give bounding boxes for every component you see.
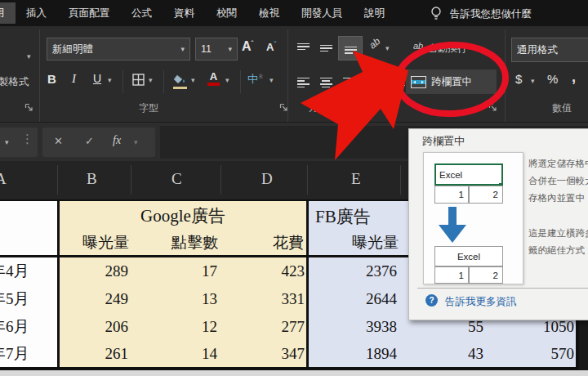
row-label[interactable]: 年5月 — [0, 285, 54, 313]
chevron-down-icon[interactable]: ▾ — [191, 76, 195, 84]
table-cell[interactable]: 206 — [60, 313, 128, 341]
more-options-icon[interactable]: ⋮ — [21, 132, 33, 146]
demo-cell-before: Excel — [434, 163, 503, 186]
dialog-launcher-icon[interactable] — [279, 103, 288, 112]
table-cell[interactable]: 2644 — [309, 285, 397, 313]
row-label[interactable]: 年4月 — [0, 257, 54, 285]
chevron-down-icon[interactable]: ▾ — [225, 76, 229, 84]
tab-review[interactable]: 校閱 — [216, 7, 237, 20]
merge-center-button[interactable]: 跨欄置中 — [405, 69, 497, 95]
chevron-down-icon[interactable]: ▾ — [270, 76, 274, 84]
merge-center-label: 跨欄置中 — [431, 75, 472, 89]
table-cell[interactable]: 261 — [60, 341, 128, 367]
tab-formulas[interactable]: 公式 — [131, 7, 152, 20]
fb-ads-header[interactable]: FB廣告 — [315, 203, 413, 230]
demo-cell-1b: 1 — [434, 266, 469, 284]
shrink-font-button[interactable]: Aˇ — [266, 41, 276, 53]
decrease-indent-button[interactable] — [368, 72, 389, 93]
chevron-down-icon[interactable]: ▾ — [108, 76, 112, 84]
borders-icon[interactable] — [132, 74, 145, 86]
table-cell[interactable]: 14 — [133, 341, 217, 367]
row-label[interactable]: 年7月 — [0, 341, 54, 367]
tab-data[interactable]: 資料 — [174, 7, 194, 20]
align-bottom-button[interactable] — [338, 36, 363, 60]
excel-window: 用 插入 頁面配置 公式 資料 校閱 檢視 開發人員 說明 告訴我您想做什麼 ▾… — [0, 0, 588, 376]
col-header-e[interactable]: E — [351, 170, 361, 188]
wrap-text-button[interactable]: 自動換行 — [428, 42, 467, 56]
table-cell[interactable]: 289 — [60, 257, 128, 285]
comma-format-button[interactable]: , — [572, 69, 576, 86]
google-ads-header[interactable]: Google廣告 — [60, 201, 306, 230]
table-cell[interactable]: 12 — [133, 313, 217, 341]
cancel-button[interactable]: ✕ — [54, 135, 63, 147]
col-spend[interactable]: 花費 — [222, 230, 304, 255]
enter-button[interactable]: ✓ — [85, 135, 94, 147]
tab-insert[interactable]: 插入 — [26, 7, 47, 20]
table-cell[interactable]: 2376 — [309, 257, 397, 285]
font-size-combo[interactable]: 11 ▾ — [195, 38, 238, 60]
row-label[interactable]: 年6月 — [0, 313, 54, 341]
chevron-down-icon[interactable]: ▾ — [180, 45, 185, 53]
merge-center-tooltip: 跨欄置中 Excel 1 2 Excel 1 2 將選定儲存格中 合併在一個較大… — [408, 128, 588, 320]
align-left-button[interactable] — [292, 72, 314, 93]
tab-developer[interactable]: 開發人員 — [301, 7, 342, 20]
tell-me-more-link[interactable]: 告訴我更多資訊 — [445, 295, 517, 309]
table-cell[interactable]: 570 — [490, 341, 574, 367]
chevron-down-icon[interactable]: ▾ — [385, 44, 390, 52]
col-header-a[interactable]: A — [0, 170, 7, 188]
currency-format-button[interactable]: $ — [515, 72, 522, 86]
table-cell[interactable]: 249 — [60, 285, 128, 313]
help-icon: ? — [425, 294, 438, 307]
tell-me-search[interactable]: 告訴我您想做什麼 — [450, 7, 532, 21]
table-cell[interactable]: 3938 — [309, 313, 397, 341]
table-cell[interactable]: 347 — [222, 341, 305, 367]
col-impressions[interactable]: 曝光量 — [60, 230, 129, 255]
font-color-icon[interactable]: A — [207, 71, 220, 86]
phonetic-guide-button[interactable]: 中ㄓ — [247, 72, 264, 87]
merge-center-icon — [411, 76, 426, 88]
format-painter-partial-label[interactable]: 製格式 — [0, 75, 29, 89]
chevron-down-icon[interactable]: ▾ — [27, 52, 31, 60]
align-center-button[interactable] — [315, 72, 336, 93]
align-right-button[interactable] — [338, 72, 359, 93]
tab-view[interactable]: 檢視 — [259, 7, 279, 20]
col-header-c[interactable]: C — [172, 170, 182, 188]
col-header-b[interactable]: B — [87, 170, 97, 188]
merge-center-dropdown[interactable]: ▾ — [499, 69, 514, 95]
tab-help[interactable]: 說明 — [364, 7, 385, 20]
grow-font-button[interactable]: Aˆ — [242, 39, 253, 54]
table-cell[interactable]: 17 — [133, 257, 217, 285]
dialog-launcher-icon[interactable] — [488, 103, 497, 112]
table-cell[interactable]: 1894 — [309, 341, 397, 367]
tab-home-partial[interactable]: 用 — [0, 2, 16, 24]
orientation-icon[interactable]: ab — [367, 35, 382, 51]
col-header-d[interactable]: D — [261, 170, 273, 188]
demo-cell-1: 1 — [434, 186, 469, 204]
align-middle-button[interactable] — [315, 38, 336, 59]
font-name-combo[interactable]: 新細明體 ▾ — [47, 38, 190, 60]
col-clicks[interactable]: 點擊數 — [133, 230, 218, 255]
percent-format-button[interactable]: % — [547, 72, 558, 86]
chevron-down-icon[interactable]: ▾ — [228, 45, 232, 53]
fill-color-icon[interactable] — [173, 73, 187, 89]
insert-function-button[interactable]: fx — [113, 134, 121, 147]
chevron-down-icon[interactable]: ▾ — [149, 76, 153, 84]
italic-button[interactable]: I — [72, 72, 76, 86]
chevron-down-icon[interactable]: ▾ — [531, 77, 535, 85]
col-fb-impressions[interactable]: 曝光量 — [309, 230, 399, 255]
align-top-button[interactable] — [292, 38, 314, 59]
table-cell[interactable]: 277 — [222, 313, 305, 341]
menu-bar: 用 插入 頁面配置 公式 資料 校閱 檢視 開發人員 說明 告訴我您想做什麼 — [0, 0, 588, 26]
table-cell[interactable]: 13 — [133, 285, 217, 313]
tab-page-layout[interactable]: 頁面配置 — [69, 7, 109, 20]
table-cell[interactable]: 331 — [222, 285, 305, 313]
chevron-down-icon[interactable]: ▾ — [134, 138, 138, 146]
number-format-combo[interactable]: 通用格式 — [511, 38, 588, 62]
underline-button[interactable]: U — [93, 72, 101, 85]
tooltip-divider — [417, 288, 588, 289]
dialog-launcher-icon[interactable] — [24, 103, 33, 112]
table-cell[interactable]: 43 — [402, 341, 483, 367]
bold-button[interactable]: B — [47, 72, 56, 86]
table-cell[interactable]: 423 — [222, 257, 305, 285]
merge-demo-illustration: Excel 1 2 Excel 1 2 — [423, 152, 523, 284]
